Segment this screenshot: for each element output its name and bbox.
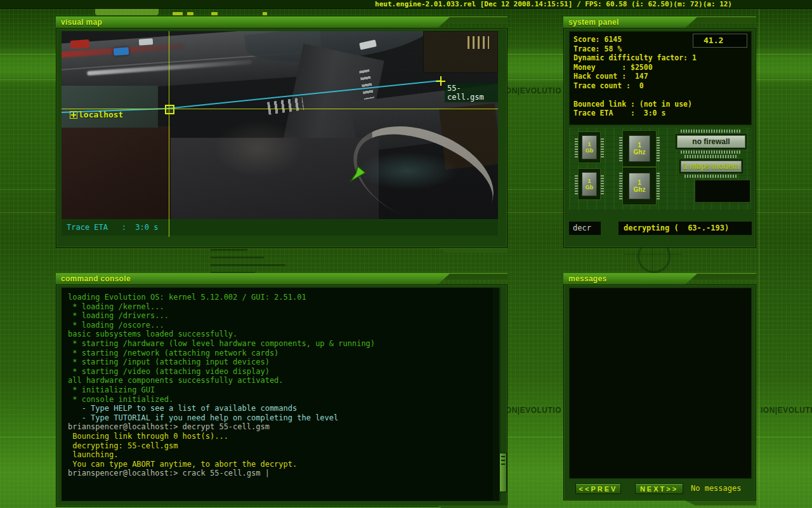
console-line: - Type HELP to see a list of available c…	[68, 404, 493, 413]
bg-faint-text	[211, 249, 247, 251]
command-console-panel: command console loading Evolution OS: ke…	[56, 273, 508, 507]
console-line: launching.	[68, 450, 493, 460]
cpu-chip: 1 Ghz	[622, 130, 657, 167]
system-stat-line: Trace count : 0	[573, 81, 697, 91]
bg-faint-text	[211, 257, 264, 258]
visual-map-header: visual map	[56, 17, 450, 28]
hardware-empty-slot	[695, 180, 750, 203]
cpu-chip: 1 Ghz	[622, 167, 657, 205]
console-line: all hardware components successfully act…	[68, 376, 493, 385]
target-host-label: 55-cell.gsm	[445, 83, 498, 102]
console-line: * loading /kernel...	[68, 302, 493, 312]
console-line: * loading /oscore...	[68, 321, 493, 330]
localhost-label: localhost	[79, 110, 123, 119]
console-output[interactable]: loading Evolution OS: kernel 5.12.002 / …	[62, 288, 499, 501]
memory-chip: 1 Gb	[578, 131, 601, 163]
bg-logo-fragment	[173, 12, 183, 15]
bg-watermark: ION|EVOLUTIO	[503, 86, 563, 95]
bg-target-cross	[624, 254, 682, 255]
system-panel-header: system panel	[563, 17, 698, 28]
console-line: basic subsystems loaded successfully.	[68, 330, 493, 339]
crosshair-intersection-box	[165, 105, 174, 114]
bg-watermark: ION|EVOLUTIO	[503, 406, 563, 415]
system-stat-line	[573, 90, 697, 100]
cpu-chip-label: 1 Ghz	[629, 173, 650, 199]
console-line: brianspencer@localhost:> crack 55-cell.g…	[68, 469, 493, 478]
system-stats: Score: 6145Trace: 58 %Dynamic difficulty…	[573, 35, 697, 118]
decrypt-command-box: decr	[569, 222, 601, 235]
crosshair-vertical	[169, 31, 169, 237]
system-stat-line: Score: 6145	[573, 35, 697, 44]
engine-status-text: heut.engine-2.01.033.rel [Dec 12 2008.14…	[375, 0, 732, 8]
bg-faint-text	[211, 264, 285, 266]
visual-map-body: 55-cell.gsm localhost Trace ETA : 3:0 s	[56, 28, 508, 248]
memory-chip: 1 Gb	[578, 168, 601, 200]
system-stat-line: Money : $2500	[573, 63, 697, 72]
firewall-status: no firewall	[676, 134, 747, 149]
console-line: * starting /hardware (low level hardware…	[68, 339, 493, 349]
bg-logo-fragment	[263, 12, 267, 15]
console-line: - Type TUTORIAL if you need help on comp…	[68, 413, 493, 423]
crosshair-horizontal	[62, 109, 498, 109]
system-stat-line: Bounced link : (not in use)	[573, 100, 697, 109]
game-screen: ION|EVOLUTIO ION|EVOLUTIO ION|EVOLUTIO h…	[0, 0, 812, 508]
system-panel: system panel Score: 6145Trace: 58 %Dynam…	[563, 17, 756, 248]
bounced-link-line	[62, 31, 498, 219]
console-line: loading Evolution OS: kernel 5.12.002 / …	[68, 293, 493, 302]
next-message-button[interactable]: NEXT>>	[635, 483, 683, 494]
console-line: * starting /network (attaching network c…	[68, 349, 493, 358]
console-line: brianspencer@localhost:> decrypt 55-cell…	[68, 422, 493, 432]
system-stat-line: Trace: 58 %	[573, 44, 697, 54]
system-stat-line: Trace ETA : 3:0 s	[573, 109, 697, 118]
messages-panel: messages <<PREV NEXT>> No messages	[563, 273, 756, 500]
target-plus-marker	[436, 76, 445, 86]
cursor-arrow-icon	[348, 164, 367, 186]
bg-grid-major-line	[759, 9, 759, 508]
messages-list	[569, 288, 752, 479]
gauge-readout: 41.2	[693, 34, 747, 48]
bg-logo-fragment	[187, 12, 193, 15]
localhost-node-icon	[70, 111, 77, 119]
decrypt-status-box: decrypting ( 63-.-193)	[619, 222, 752, 235]
console-line: decrypting: 55-cell.gsm	[68, 441, 493, 451]
console-line: * loading /drivers...	[68, 311, 493, 321]
panel-corner-tab	[685, 500, 756, 505]
system-stat-line: Hack count : 147	[573, 72, 697, 81]
console-line: You can type ABORT anytime, to abort the…	[68, 460, 493, 469]
bg-watermark: ION|EVOLUTIO	[761, 406, 812, 415]
visual-map-panel: visual map	[56, 17, 508, 248]
map-trace-eta: Trace ETA : 3:0 s	[62, 219, 498, 236]
system-panel-body: Score: 6145Trace: 58 %Dynamic difficulty…	[563, 28, 756, 248]
title-bar: heut.engine-2.01.033.rel [Dec 12 2008.14…	[0, 0, 812, 9]
command-console-body: loading Evolution OS: kernel 5.12.002 / …	[56, 284, 508, 507]
console-line: * starting /input (attaching input devic…	[68, 358, 493, 367]
console-scrollbar-thumb[interactable]	[499, 453, 507, 492]
console-line: * console initialized.	[68, 395, 493, 404]
console-line: * starting /video (attaching video displ…	[68, 367, 493, 377]
memory-chip-label: 1 Gb	[582, 135, 597, 159]
hardware-area: 1 Gb 1 Ghz 1 Gb	[569, 128, 752, 210]
messages-header: messages	[563, 273, 698, 284]
system-stats-box: Score: 6145Trace: 58 %Dynamic difficulty…	[569, 31, 752, 125]
console-line: * initializing GUI	[68, 385, 493, 395]
system-stat-line: Dynamic difficulty factor: 1	[573, 53, 697, 63]
modem-status: 1 mbps modem	[679, 159, 743, 173]
panel-corner-tab	[436, 505, 508, 508]
panel-corner-tab	[436, 248, 508, 253]
messages-body: <<PREV NEXT>> No messages	[563, 284, 756, 500]
bg-logo-fragment	[211, 12, 218, 15]
command-console-header: command console	[56, 273, 450, 284]
prev-message-button[interactable]: <<PREV	[575, 483, 621, 494]
map-photo: 55-cell.gsm localhost	[62, 31, 498, 219]
messages-status: No messages	[691, 484, 741, 493]
memory-chip-label: 1 Gb	[582, 172, 597, 196]
cpu-chip-label: 1 Ghz	[629, 135, 650, 162]
console-line: Bouncing link through 0 host(s)...	[68, 432, 493, 441]
